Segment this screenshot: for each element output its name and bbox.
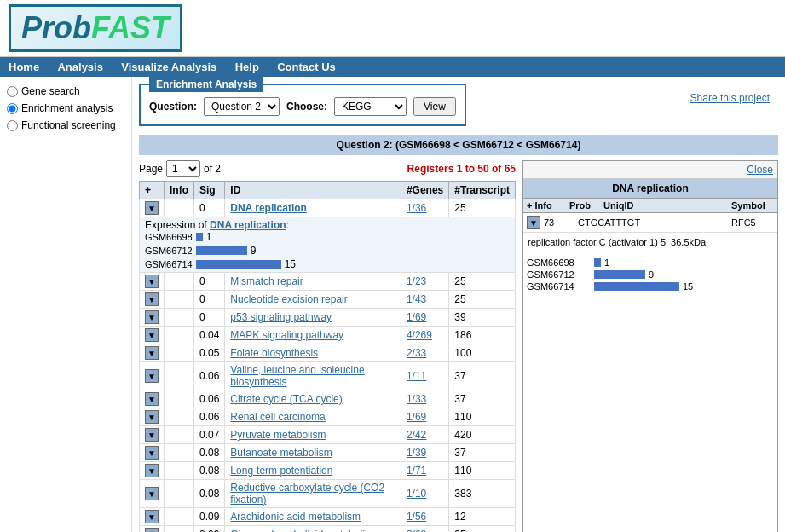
sidebar: Gene search Enrichment analysis Function… [0,77,132,532]
enrichment-label[interactable]: Enrichment analysis [21,102,113,114]
detail-col-uniqid: UniqID [603,200,731,211]
expand-button[interactable]: ▼ [145,369,159,383]
expr-link[interactable]: DNA replication [210,219,286,231]
expand-button[interactable]: ▼ [145,275,159,288]
genes-link[interactable]: 1/33 [407,393,426,405]
genes-link[interactable]: 1/43 [407,293,426,305]
genes-link[interactable]: 1/69 [407,411,426,423]
genes-link[interactable]: 1/23 [407,275,426,287]
pathway-link[interactable]: Renal cell carcinoma [230,411,325,423]
table-body: ▼ 0 DNA replication 1/36 25 Expression o… [140,200,516,533]
genes-link[interactable]: 1/69 [407,311,426,323]
expand-button[interactable]: ▼ [145,410,159,424]
enrichment-radio[interactable] [7,103,18,114]
expr-val-gsm66712: 9 [251,245,257,257]
expand-button[interactable]: ▼ [145,510,159,523]
pathway-link[interactable]: MAPK signaling pathway [230,329,343,341]
expand-button[interactable]: ▼ [145,428,159,442]
pathway-link[interactable]: Arachidonic acid metabolism [230,511,361,523]
genes-link[interactable]: 2/68 [407,529,426,532]
table-row: ▼ 0.09 Glycerophospholipid metabolism 2/… [140,526,516,533]
table-row: ▼ 0 Nucleotide excision repair 1/43 25 [140,291,516,309]
expand-button[interactable]: ▼ [145,392,159,406]
table-row: ▼ 0.07 Pyruvate metabolism 2/42 420 [140,426,516,444]
nav-help[interactable]: Help [235,61,259,73]
main-table: + Info Sig ID #Genes #Transcript ▼ [139,181,516,532]
col-info: Info [165,182,194,200]
genes-link[interactable]: 1/10 [407,488,426,500]
pathway-link[interactable]: Folate biosynthesis [230,347,318,359]
pathway-link[interactable]: Mismatch repair [230,275,303,287]
nav-home[interactable]: Home [9,61,39,73]
table-row: ▼ 0.08 Long-term potentiation 1/71 110 [140,462,516,480]
expand-button[interactable]: ▼ [145,464,159,477]
table-row: ▼ 0 Mismatch repair 1/23 25 [140,273,516,291]
detail-gene-symbol: RFC5 [731,217,774,228]
genes-link[interactable]: 4/269 [407,329,432,341]
table-row: ▼ 0.04 MAPK signaling pathway 4/269 186 [140,327,516,344]
share-area: Share this project [682,84,778,113]
enrichment-analysis-box: Enrichment Analysis Question: Question 2… [139,84,466,126]
page-controls: Page 1 2 of 2 Registers 1 to 50 of 65 [139,160,516,177]
functional-radio[interactable] [7,120,18,131]
detail-expr-label-gsm66712: GSM66712 [527,269,591,280]
detail-expr-label-gsm66698: GSM66698 [527,257,591,268]
gene-search-radio[interactable] [7,86,18,97]
pathway-link[interactable]: p53 signaling pathway [230,311,332,323]
genes-link[interactable]: 2/42 [407,429,426,441]
expand-button[interactable]: ▼ [145,201,159,215]
share-link[interactable]: Share this project [690,92,770,104]
gene-search-label[interactable]: Gene search [21,85,80,97]
view-button[interactable]: View [413,97,456,116]
expand-button[interactable]: ▼ [145,292,159,306]
detail-close-link[interactable]: Close [747,164,773,176]
detail-col-symbol: Symbol [731,200,774,211]
expr-label-gsm66712: GSM66712 [145,246,193,256]
choose-select[interactable]: KEGG GO Reactome [334,97,407,116]
pathway-link[interactable]: Citrate cycle (TCA cycle) [230,393,342,405]
nav-contact[interactable]: Contact Us [277,61,336,73]
expand-button[interactable]: ▼ [145,528,159,532]
main-layout: Gene search Enrichment analysis Function… [0,77,785,532]
nav-analysis[interactable]: Analysis [57,61,102,73]
genes-link[interactable]: 1/36 [407,202,426,214]
detail-expr-gsm66698: GSM66698 1 [527,257,774,268]
functional-label[interactable]: Functional screening [21,119,116,131]
pathway-link[interactable]: Valine, leucine and isoleucine biosynthe… [230,364,364,388]
question-select[interactable]: Question 2 [204,97,280,116]
detail-val-gsm66712: 9 [649,269,654,280]
genes-link[interactable]: 2/33 [407,347,426,359]
col-transcript: #Transcript [449,182,516,200]
genes-link[interactable]: 1/56 [407,511,426,523]
expr-bar-gsm66712: GSM66712 9 [145,245,510,257]
enrichment-title: Enrichment Analysis [149,77,263,92]
nav-visualize[interactable]: Visualize Analysis [121,61,216,73]
pathway-link[interactable]: DNA replication [230,202,307,214]
pathway-link[interactable]: Long-term potentiation [230,465,332,477]
question-label: Question: [149,101,197,113]
pathway-link[interactable]: Butanoate metabolism [230,447,332,459]
sidebar-option-enrichment: Enrichment analysis [7,102,124,114]
pathway-link[interactable]: Nucleotide excision repair [230,293,347,305]
expand-button[interactable]: ▼ [145,310,159,324]
expand-button[interactable]: ▼ [145,487,159,500]
expand-button[interactable]: ▼ [145,346,159,360]
pathway-link[interactable]: Pyruvate metabolism [230,429,326,441]
page-select[interactable]: 1 2 [166,160,200,177]
page-left: Page 1 2 of 2 [139,160,221,177]
id-cell: DNA replication [225,200,401,217]
expand-button[interactable]: ▼ [145,446,159,460]
detail-col-expand: + Info [527,200,569,211]
detail-bar-gsm66712 [594,270,645,279]
question-bar: Question 2: (GSM66698 < GSM66712 < GSM66… [139,135,778,155]
detail-expand-btn[interactable]: ▼ [527,216,540,229]
pathway-link[interactable]: Reductive carboxylate cycle (CO2 fixatio… [230,482,384,506]
table-row: ▼ 0.06 Renal cell carcinoma 1/69 110 [140,408,516,426]
pathway-link[interactable]: Glycerophospholipid metabolism [230,529,378,532]
detail-expand-icon[interactable]: ▼ [527,216,540,229]
expr-label-gsm66698: GSM66698 [145,232,193,242]
expand-button[interactable]: ▼ [145,328,159,342]
genes-link[interactable]: 1/71 [407,465,426,477]
genes-link[interactable]: 1/39 [407,447,426,459]
genes-link[interactable]: 1/11 [407,370,426,382]
